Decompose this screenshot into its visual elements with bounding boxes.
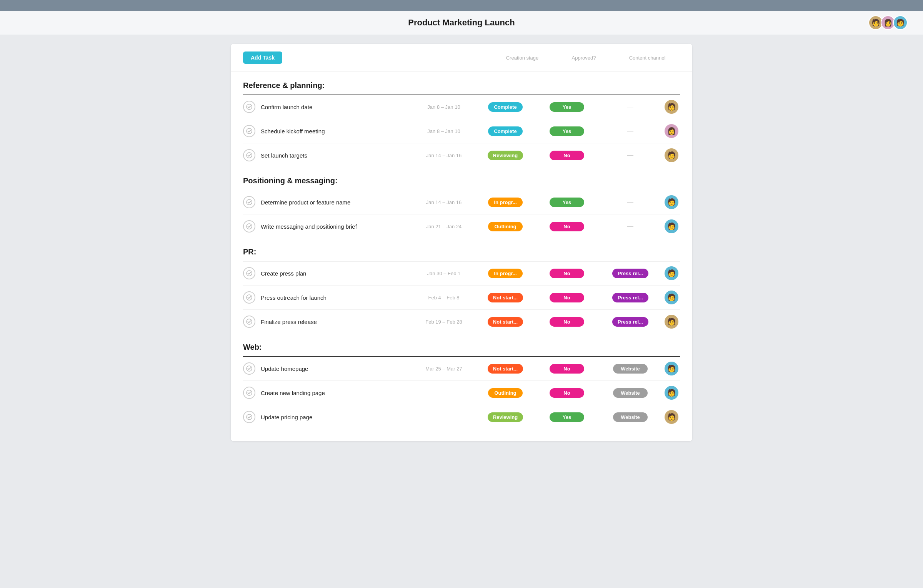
task-stage[interactable]: Reviewing [475, 151, 536, 160]
task-approved[interactable]: Yes [536, 102, 598, 112]
stage-badge: Outlining [488, 388, 523, 398]
svg-point-5 [247, 271, 252, 276]
table-row[interactable]: Set launch targetsJan 14 – Jan 16Reviewi… [243, 143, 680, 167]
table-row[interactable]: Schedule kickoff meetingJan 8 – Jan 10Co… [243, 119, 680, 143]
task-avatar: 🧑 [663, 410, 680, 424]
task-approved[interactable]: Yes [536, 198, 598, 207]
task-name: Update pricing page [261, 414, 413, 420]
task-approved[interactable]: No [536, 269, 598, 278]
task-approved[interactable]: No [536, 222, 598, 231]
stage-badge: In progr... [488, 269, 523, 278]
task-stage[interactable]: In progr... [475, 269, 536, 278]
task-avatar: 🧑 [663, 219, 680, 233]
task-checkbox[interactable] [243, 125, 255, 137]
table-row[interactable]: Create new landing pageOutliningNoWebsit… [243, 381, 680, 405]
task-checkbox[interactable] [243, 267, 255, 279]
task-stage[interactable]: Not start... [475, 317, 536, 327]
table-row[interactable]: Press outreach for launchFeb 4 – Feb 8No… [243, 286, 680, 310]
stage-badge: Not start... [488, 364, 523, 374]
stage-badge: Not start... [488, 317, 523, 327]
task-approved[interactable]: No [536, 317, 598, 327]
channel-dash: — [627, 103, 633, 110]
task-checkbox[interactable] [243, 149, 255, 161]
section-0: Reference & planning:Confirm launch date… [231, 72, 692, 167]
stage-badge: Complete [488, 102, 523, 112]
task-channel[interactable]: Website [598, 412, 663, 422]
task-channel[interactable]: — [598, 199, 663, 206]
task-checkbox[interactable] [243, 196, 255, 208]
task-channel[interactable]: Press rel... [598, 293, 663, 302]
task-approved[interactable]: No [536, 151, 598, 160]
task-channel[interactable]: Website [598, 364, 663, 374]
channel-badge: Website [613, 388, 648, 398]
approved-badge: No [550, 388, 584, 398]
task-approved[interactable]: Yes [536, 412, 598, 422]
col-header-channel: Content channel [615, 55, 680, 61]
section-title-0: Reference & planning: [243, 72, 680, 95]
section-3: Web:Update homepageMar 25 – Mar 27Not st… [231, 334, 692, 429]
task-stage[interactable]: Not start... [475, 364, 536, 374]
approved-badge: No [550, 317, 584, 327]
task-channel[interactable]: — [598, 152, 663, 159]
task-channel[interactable]: — [598, 128, 663, 135]
task-name: Update homepage [261, 365, 413, 372]
task-avatar: 🧑 [663, 362, 680, 375]
section-title-2: PR: [243, 238, 680, 261]
svg-point-3 [247, 199, 252, 205]
table-row[interactable]: Update pricing pageReviewingYesWebsite🧑 [243, 405, 680, 429]
task-name: Finalize press release [261, 319, 413, 325]
task-checkbox[interactable] [243, 411, 255, 423]
page-title: Product Marketing Launch [408, 18, 515, 28]
avatar-3: 🧑 [893, 15, 908, 30]
section-title-3: Web: [243, 334, 680, 356]
section-1: Positioning & messaging:Determine produc… [231, 167, 692, 238]
table-row[interactable]: Determine product or feature nameJan 14 … [243, 190, 680, 214]
channel-badge: Website [613, 364, 648, 374]
task-name: Create press plan [261, 270, 413, 277]
task-stage[interactable]: Outlining [475, 388, 536, 398]
task-stage[interactable]: Complete [475, 102, 536, 112]
task-checkbox[interactable] [243, 387, 255, 399]
task-avatar: 🧑 [663, 100, 680, 114]
table-row[interactable]: Write messaging and positioning briefJan… [243, 214, 680, 238]
task-stage[interactable]: Complete [475, 126, 536, 136]
task-checkbox[interactable] [243, 316, 255, 328]
task-checkbox[interactable] [243, 291, 255, 304]
task-stage[interactable]: Not start... [475, 293, 536, 302]
avatar: 🧑 [665, 100, 678, 114]
task-stage[interactable]: In progr... [475, 198, 536, 207]
task-approved[interactable]: No [536, 293, 598, 302]
approved-badge: Yes [550, 198, 584, 207]
task-stage[interactable]: Outlining [475, 222, 536, 231]
task-checkbox[interactable] [243, 362, 255, 375]
task-channel[interactable]: Website [598, 388, 663, 398]
table-row[interactable]: Finalize press releaseFeb 19 – Feb 28Not… [243, 310, 680, 334]
task-avatar: 👩 [663, 124, 680, 138]
task-channel[interactable]: Press rel... [598, 269, 663, 278]
task-channel[interactable]: Press rel... [598, 317, 663, 327]
svg-point-10 [247, 414, 252, 420]
task-checkbox[interactable] [243, 220, 255, 233]
task-approved[interactable]: No [536, 364, 598, 374]
task-name: Schedule kickoff meeting [261, 128, 413, 135]
table-row[interactable]: Confirm launch dateJan 8 – Jan 10Complet… [243, 95, 680, 119]
task-channel[interactable]: — [598, 223, 663, 230]
svg-point-8 [247, 366, 252, 371]
channel-badge: Press rel... [612, 269, 648, 278]
table-row[interactable]: Create press planJan 30 – Feb 1In progr.… [243, 261, 680, 286]
stage-badge: In progr... [488, 198, 523, 207]
task-approved[interactable]: No [536, 388, 598, 398]
svg-point-6 [247, 295, 252, 300]
table-row[interactable]: Update homepageMar 25 – Mar 27Not start.… [243, 357, 680, 381]
task-name: Write messaging and positioning brief [261, 223, 413, 230]
task-approved[interactable]: Yes [536, 126, 598, 136]
section-title-1: Positioning & messaging: [243, 167, 680, 190]
approved-badge: Yes [550, 102, 584, 112]
add-task-button[interactable]: Add Task [243, 51, 282, 64]
task-channel[interactable]: — [598, 103, 663, 110]
task-date: Feb 4 – Feb 8 [413, 295, 475, 301]
task-name: Create new landing page [261, 390, 413, 396]
avatar: 🧑 [665, 219, 678, 233]
task-checkbox[interactable] [243, 101, 255, 113]
task-stage[interactable]: Reviewing [475, 412, 536, 422]
